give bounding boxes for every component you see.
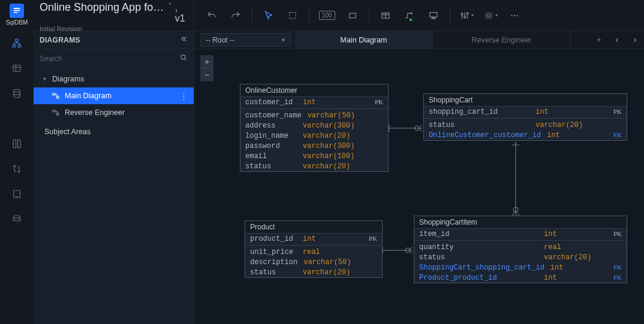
entity-ShoppingCartItem[interactable]: ShoppingCartItemitem_idintPKquantityreal… [414,216,627,283]
column-row[interactable]: statusvarchar(20) [424,120,627,130]
svg-rect-25 [487,14,490,17]
tab-main-diagram[interactable]: Main Diagram [295,31,433,49]
column-row[interactable]: statusvarchar(20) [240,161,388,171]
diagram-icon [52,92,60,100]
rail-diagrams-icon[interactable] [0,31,34,55]
column-row[interactable]: Product_product_idintFK [414,272,627,283]
svg-rect-14 [56,113,59,115]
tab-reverse-engineer[interactable]: Reverse Engineer [433,31,571,49]
svg-rect-20 [432,17,435,19]
project-title: Online Shopping App for Post… [40,1,165,14]
column-row[interactable]: quantityreal [414,242,627,252]
zoom-in-button[interactable]: + [200,55,213,68]
diagram-icon [52,108,60,117]
item-menu-icon[interactable]: ⋮ [180,92,188,101]
chevron-down-icon: ▼ [281,37,286,43]
column-row[interactable]: ShoppingCart_shopping_cart_idintFK [414,262,627,272]
project-version: , v1 [175,2,188,24]
tree-group-subject-areas[interactable]: Subject Areas [34,123,194,140]
column-row[interactable]: product_idintPK [245,234,382,244]
column-row[interactable]: item_idintPK [414,229,627,239]
zoom-100-button[interactable]: 100 [315,5,339,26]
svg-rect-13 [53,110,55,112]
add-relationship-button[interactable] [399,5,420,26]
undo-button[interactable] [201,5,222,26]
svg-point-18 [411,13,412,14]
svg-point-10 [181,55,185,59]
tree-item-main-diagram[interactable]: Main Diagram ⋮ [34,87,194,104]
diagram-canvas[interactable]: + − [194,49,644,324]
entity-Product[interactable]: Productproduct_idintPKunit_pricerealdesc… [245,220,383,278]
svg-rect-1 [14,10,20,11]
zoom-control: + − [200,55,213,81]
collapse-panel-icon[interactable] [179,35,188,45]
redo-button[interactable] [225,5,246,26]
toolbar: 100 ▾ ▾ [194,0,644,31]
marquee-tool-button[interactable] [282,5,303,26]
svg-point-9 [14,216,20,219]
tree-group-diagrams[interactable]: ▼ Diagrams [34,71,194,87]
svg-rect-24 [485,12,492,19]
rail-database-icon[interactable] [0,81,34,105]
column-row[interactable]: passwordvarchar(300) [240,141,388,151]
search-icon[interactable] [179,53,188,63]
tree-item-reverse-engineer[interactable]: Reverse Engineer [34,104,194,121]
pointer-tool-button[interactable] [258,5,279,26]
column-row[interactable]: addressvarchar(300) [240,120,388,131]
more-options-button[interactable] [504,5,525,26]
column-row[interactable]: shopping_cart_idintPK [424,107,627,117]
add-view-button[interactable] [423,5,444,26]
column-row[interactable]: OnlineCustomer_customer_idintFK [424,130,627,140]
chevron-down-icon: ▼ [42,76,47,82]
svg-point-34 [513,207,518,212]
add-tab-button[interactable]: ＋ [590,31,608,49]
column-row[interactable]: customer_namevarchar(50) [240,110,388,120]
svg-point-7 [14,89,20,92]
zoom-out-button[interactable]: − [200,68,213,81]
rail-compare-icon[interactable] [0,157,34,181]
column-row[interactable]: customer_idintPK [240,97,388,107]
column-row[interactable]: unit_pricereal [245,247,382,257]
rail-docs-icon[interactable] [0,132,34,156]
column-row[interactable]: statusvarchar(20) [414,252,627,262]
svg-rect-19 [430,12,437,17]
tree-item-label: Main Diagram [65,92,112,100]
column-row[interactable]: login_namevarchar(20) [240,131,388,141]
column-row[interactable]: descriptionvarchar(50) [245,257,382,267]
svg-point-21 [461,13,463,15]
status-dot-icon [410,19,412,21]
add-table-button[interactable] [375,5,396,26]
column-row[interactable]: statusvarchar(20) [245,267,382,277]
brand-logo[interactable]: SqlDBM [5,2,29,26]
svg-rect-16 [349,13,356,18]
tabstrip: -- Root -- ▼ Main Diagram Reverse Engine… [194,31,644,49]
svg-rect-2 [14,12,18,13]
root-selector[interactable]: -- Root -- ▼ [200,33,291,47]
entity-ShoppingCart[interactable]: ShoppingCartshopping_cart_idintPKstatusv… [423,93,627,141]
entity-title: Product [245,221,382,234]
tree-item-label: Reverse Engineer [65,108,125,117]
zoom-100-label: 100 [319,11,335,20]
root-selector-label: -- Root -- [206,36,234,44]
entity-OnlineCustomer[interactable]: OnlineCustomercustomer_idintPKcustomer_n… [240,84,389,172]
svg-rect-4 [13,45,16,47]
subject-areas-label: Subject Areas [44,128,91,136]
rail-tables-icon[interactable] [0,56,34,80]
tab-label: Reverse Engineer [471,36,531,44]
panel-title-row: DIAGRAMS [34,31,194,49]
prev-tab-button[interactable] [608,31,626,49]
rail-data-icon[interactable] [0,207,34,231]
search-input[interactable] [40,54,179,63]
next-tab-button[interactable] [626,31,644,49]
left-rail: SqlDBM [0,0,34,324]
column-row[interactable]: emailvarchar(100) [240,151,388,161]
project-header: Online Shopping App for Post… * , v1 Ini… [34,0,194,31]
svg-point-22 [464,16,465,17]
rail-device-icon[interactable] [0,182,34,206]
search-row [34,49,194,68]
svg-point-28 [516,14,517,16]
entity-title: OnlineCustomer [240,84,388,97]
view-options-button[interactable]: ▾ [456,5,477,26]
layout-options-button[interactable]: ▾ [480,5,501,26]
fit-screen-button[interactable] [342,5,363,26]
